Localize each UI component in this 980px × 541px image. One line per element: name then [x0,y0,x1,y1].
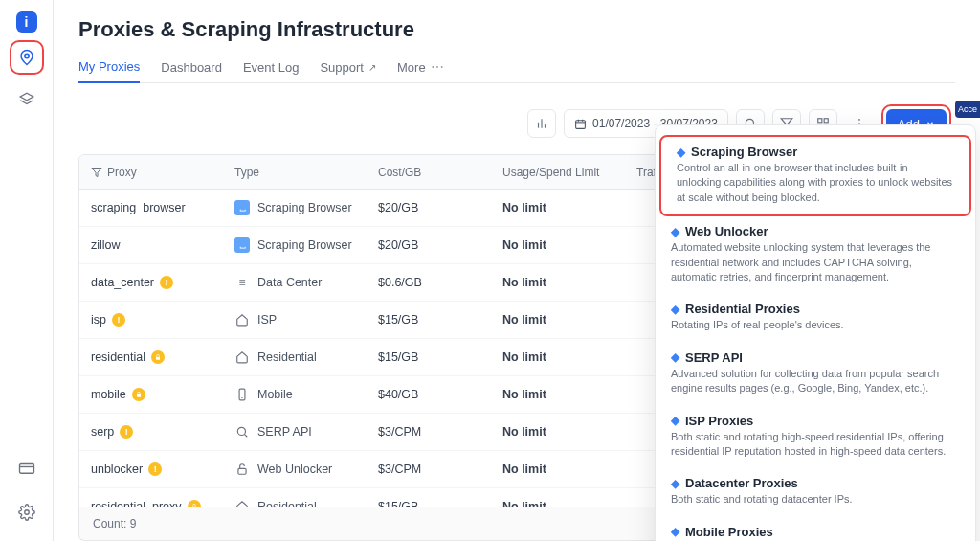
external-link-icon: ↗ [368,62,376,73]
proxy-name-cell: mobile [91,388,234,401]
cost-cell: $20/GB [378,238,502,252]
type-cell: Residential [234,499,378,507]
accessibility-tab[interactable]: Acce [955,101,980,118]
cost-cell: $15/GB [378,313,502,327]
tab-more[interactable]: More⋯ [397,52,445,82]
dropdown-desc: Advanced solution for collecting data fr… [671,367,960,396]
calendar-icon [574,118,587,130]
lock-badge [151,350,165,364]
proxies-nav-icon[interactable] [10,40,44,75]
info-icon[interactable]: i [16,11,37,33]
type-cell: ⎵Scraping Browser [234,200,378,215]
dropdown-item[interactable]: ◆Residential ProxiesRotating IPs of real… [656,294,975,342]
lock-badge [132,388,145,401]
dropdown-item[interactable]: ◆Mobile ProxiesRotating IPs from real mo… [656,517,975,541]
col-usage[interactable]: Usage/Spend Limit [502,166,636,179]
proxy-name-cell: data_center ! [91,276,234,289]
col-cost[interactable]: Cost/GB [378,166,502,179]
page-title: Proxies & Scraping Infrastructure [78,17,955,42]
dropdown-desc: Both static and rotating datacenter IPs. [671,492,960,507]
proxy-name-cell: unblocker ! [91,462,234,476]
usage-cell: No limit [502,201,636,214]
svg-point-3 [24,510,29,515]
tab-event-log[interactable]: Event Log [243,52,300,82]
proxy-name-cell: scraping_browser [91,201,234,214]
svg-rect-7 [576,120,586,128]
svg-line-27 [244,434,247,437]
lock-badge [188,500,201,507]
col-proxy[interactable]: Proxy [91,166,234,179]
type-cell: ≡Data Center [234,275,378,290]
svg-marker-21 [92,168,101,176]
usage-cell: No limit [502,313,636,327]
product-icon: ◆ [671,350,679,364]
add-dropdown: ◆Scraping BrowserControl an all-in-one b… [655,124,976,541]
svg-point-26 [237,427,245,435]
svg-rect-14 [818,119,822,123]
svg-point-0 [24,54,29,58]
dropdown-item[interactable]: ◆SERP APIAdvanced solution for collectin… [656,343,975,406]
svg-rect-15 [824,119,828,123]
dropdown-desc: Automated website unlocking system that … [671,240,960,284]
dropdown-item[interactable]: ◆Scraping BrowserControl an all-in-one b… [659,135,971,216]
cost-cell: $0.6/GB [378,276,502,289]
product-icon: ◆ [671,225,679,238]
dropdown-item[interactable]: ◆ISP ProxiesBoth static and rotating hig… [656,406,975,469]
proxy-name-cell: serp ! [91,425,234,439]
usage-cell: No limit [502,350,636,364]
cost-cell: $3/CPM [378,425,502,439]
svg-point-18 [858,119,860,121]
usage-cell: No limit [502,238,636,252]
svg-rect-24 [239,389,245,400]
proxy-name-cell: residential [91,350,234,364]
usage-cell: No limit [502,500,636,507]
cost-cell: $15/GB [378,350,502,364]
dropdown-item[interactable]: ◆Web UnlockerAutomated website unlocking… [656,216,975,294]
dropdown-item[interactable]: ◆Datacenter ProxiesBoth static and rotat… [656,468,975,516]
cost-cell: $3/CPM [378,462,502,476]
datasets-nav-icon[interactable] [10,82,44,117]
product-icon: ◆ [671,414,679,427]
col-type[interactable]: Type [234,166,378,179]
usage-cell: No limit [502,388,636,401]
cost-cell: $15/GB [378,500,502,507]
product-icon: ◆ [677,146,685,159]
cost-cell: $40/GB [378,388,502,401]
warning-badge: ! [120,425,133,439]
proxy-name-cell: residential_proxy [91,500,234,507]
warning-badge: ! [112,313,125,327]
billing-nav-icon[interactable] [10,451,44,485]
usage-cell: No limit [502,462,636,476]
type-cell: ISP [234,312,378,327]
tab-my-proxies[interactable]: My Proxies [78,52,140,83]
product-icon: ◆ [671,525,679,538]
dropdown-desc: Control an all-in-one browser that inclu… [677,161,954,205]
main-content: Proxies & Scraping Infrastructure My Pro… [54,0,980,541]
chart-toggle-button[interactable] [527,109,556,138]
svg-rect-23 [137,394,141,397]
filter-icon [91,167,102,178]
usage-cell: No limit [502,276,636,289]
dropdown-desc: Rotating IPs of real people's devices. [671,318,960,332]
product-icon: ◆ [671,303,679,316]
type-cell: Web Unlocker [234,462,378,477]
type-cell: Mobile [234,387,378,402]
tab-support[interactable]: Support↗ [320,52,376,82]
dropdown-desc: Both static and rotating high-speed resi… [671,430,960,460]
svg-rect-1 [19,464,33,474]
cost-cell: $20/GB [378,201,502,214]
svg-rect-22 [156,357,160,360]
usage-cell: No limit [502,425,636,439]
proxy-name-cell: isp ! [91,313,234,327]
more-dots-icon: ⋯ [431,59,445,75]
warning-badge: ! [160,276,173,289]
settings-nav-icon[interactable] [10,495,44,530]
warning-badge: ! [148,462,162,476]
product-icon: ◆ [671,477,679,490]
proxy-name-cell: zillow [91,238,234,252]
svg-rect-28 [238,468,246,474]
tab-dashboard[interactable]: Dashboard [161,52,222,82]
type-cell: SERP API [234,424,378,440]
tab-bar: My Proxies Dashboard Event Log Support↗ … [78,52,955,83]
type-cell: Residential [234,349,378,365]
